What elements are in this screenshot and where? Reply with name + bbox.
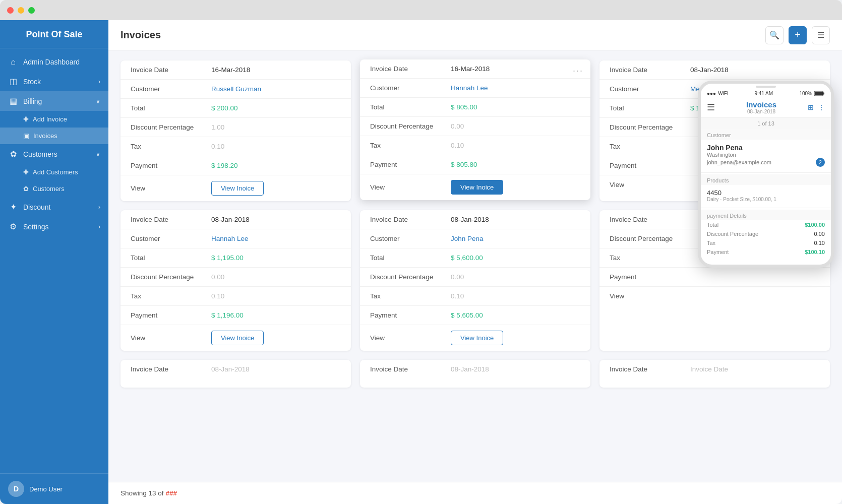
invoice-date-row: Invoice Date Invoice Date: [599, 360, 830, 379]
sidebar-item-invoices[interactable]: ▣ Invoices: [0, 128, 108, 144]
discount-value: 0.00: [451, 122, 464, 130]
customer-value[interactable]: Hannah Lee: [211, 235, 249, 242]
top-bar: Invoices 🔍 + ☰: [108, 20, 842, 50]
close-button[interactable]: [7, 7, 14, 14]
minimize-button[interactable]: [18, 7, 24, 14]
view-label: View: [610, 181, 690, 188]
total-label: Total: [131, 254, 211, 262]
date-value: 08-Jan-2018: [211, 365, 250, 373]
customer-value[interactable]: Hannah Lee: [451, 84, 488, 92]
invoice-date-row: Invoice Date 08-Jan-2018: [599, 60, 830, 80]
view-row: View: [599, 287, 830, 305]
invoice-date-row: Invoice Date 08-Jan-2018: [121, 210, 351, 229]
chevron-down-icon: ∨: [96, 151, 100, 158]
sidebar-item-stock[interactable]: ◫ Stock ›: [0, 72, 108, 91]
total-value: $ 1,195.00: [211, 254, 244, 262]
mobile-menu-icon[interactable]: ☰: [707, 102, 715, 113]
sidebar-item-label: Customers: [23, 150, 57, 158]
customer-value[interactable]: John Pena: [451, 235, 484, 242]
view-invoice-button[interactable]: View Inoice: [451, 331, 503, 345]
view-invoice-button[interactable]: View Inoice: [451, 180, 503, 195]
invoice-date-row: Invoice Date 08-Jan-2018: [121, 360, 351, 379]
maximize-button[interactable]: [28, 7, 35, 14]
mobile-payment-row-discount: Discount Percentage 0.00: [701, 229, 831, 238]
discount-label: Discount Percentage: [131, 123, 211, 131]
menu-button[interactable]: ☰: [812, 26, 830, 44]
discount-label: Discount Percentage: [370, 273, 451, 281]
mobile-customer-content: John Pena Washington john_pena@example.c…: [701, 140, 831, 171]
mobile-more-icon[interactable]: ⋮: [818, 103, 825, 111]
mobile-customer-name: John Pena: [707, 144, 825, 152]
date-value: 08-Jan-2018: [451, 216, 489, 223]
sidebar-footer: D Demo User: [0, 473, 108, 504]
payment-label: Total: [707, 222, 718, 228]
date-label: Invoice Date: [131, 365, 211, 373]
search-button[interactable]: 🔍: [765, 26, 784, 44]
main-content: Invoices 🔍 + ☰ Invoice Date 16-Mar-2018: [108, 20, 842, 504]
sidebar-item-label: Admin Dashboard: [23, 58, 80, 66]
sidebar-item-billing[interactable]: ▦ Billing ∨: [0, 91, 108, 111]
customers-icon: ✿: [8, 149, 18, 159]
payment-label: Payment: [131, 311, 211, 319]
date-value: 08-Jan-2018: [451, 365, 489, 373]
chevron-right-icon: ›: [98, 204, 100, 211]
mobile-payment-section: payment Details: [701, 210, 831, 220]
card-menu-button[interactable]: ···: [573, 66, 583, 76]
sidebar-item-settings[interactable]: ⚙ Settings ›: [0, 217, 108, 236]
invoice-card-bottom: Invoice Date 08-Jan-2018: [360, 360, 590, 388]
date-label: Invoice Date: [370, 365, 451, 373]
customer-row: Customer Hannah Lee: [360, 79, 590, 98]
discount-label: Discount Percentage: [131, 273, 211, 281]
mobile-customer-section: Customer: [701, 129, 831, 140]
payment-value: $100.00: [805, 222, 825, 228]
view-row: View View Inoice: [360, 325, 590, 351]
payment-label: Tax: [707, 240, 715, 246]
sidebar: Point Of Sale ⌂ Admin Dashboard ◫ Stock …: [0, 20, 108, 504]
discount-value: 0.00: [211, 273, 224, 281]
sidebar-item-add-customers[interactable]: ✚ Add Customers: [0, 164, 108, 180]
sidebar-item-customers-list[interactable]: ✿ Customers: [0, 180, 108, 197]
payment-label: Payment: [610, 162, 690, 169]
payment-row: Payment $ 1,196.00: [121, 306, 351, 325]
total-row: Total $ 1,195.00: [121, 248, 351, 268]
customer-row: Customer John Pena: [360, 229, 590, 248]
total-label: Total: [610, 104, 690, 112]
chevron-down-icon: ∨: [96, 98, 100, 105]
mobile-battery: 100%: [799, 91, 825, 96]
sidebar-item-label: Stock: [23, 78, 41, 86]
count-value: ###: [166, 489, 177, 497]
payment-row: Payment $ 5,605.00: [360, 306, 590, 325]
payment-row: Payment: [599, 268, 830, 287]
mobile-list-icon[interactable]: ⊞: [808, 103, 814, 111]
add-button[interactable]: +: [789, 26, 807, 44]
discount-value: 0.00: [451, 273, 464, 281]
sidebar-item-admin-dashboard[interactable]: ⌂ Admin Dashboard: [0, 52, 108, 72]
mobile-payment-row-payment: Payment $100.10: [701, 247, 831, 257]
sidebar-item-customers-menu[interactable]: ✿ Customers ∨: [0, 144, 108, 164]
mobile-action-icons: ⊞ ⋮: [808, 103, 825, 111]
payment-value: $ 5,605.00: [451, 311, 483, 319]
mobile-title: Invoices: [715, 100, 808, 109]
sidebar-item-discount[interactable]: ✦ Discount ›: [0, 197, 108, 217]
payment-row: Payment $ 198.20: [121, 156, 351, 175]
tax-value: 0.10: [451, 142, 464, 149]
payment-label: Payment: [370, 161, 451, 168]
view-row: View View Inoice: [121, 175, 351, 201]
mobile-customer-city: Washington: [707, 152, 825, 158]
svg-rect-1: [815, 92, 823, 95]
customer-label: Customer: [610, 85, 690, 93]
total-value: $ 5,600.00: [451, 254, 483, 262]
total-label: Total: [131, 104, 211, 112]
discount-row: Discount Percentage 1.00: [121, 118, 351, 137]
date-value: 08-Jan-2018: [211, 216, 250, 223]
view-invoice-button[interactable]: View Inoice: [211, 331, 264, 345]
mobile-date: 08-Jan-2018: [715, 109, 808, 114]
mobile-time: 9:41 AM: [754, 91, 773, 96]
view-invoice-button[interactable]: View Inoice: [211, 181, 264, 196]
customer-value[interactable]: Russell Guzman: [211, 85, 261, 93]
billing-icon: ▦: [8, 96, 18, 106]
tax-label: Tax: [370, 142, 451, 149]
tax-label: Tax: [131, 143, 211, 150]
sidebar-item-add-invoice[interactable]: ✚ Add Invoice: [0, 111, 108, 128]
top-bar-actions: 🔍 + ☰: [765, 26, 830, 44]
